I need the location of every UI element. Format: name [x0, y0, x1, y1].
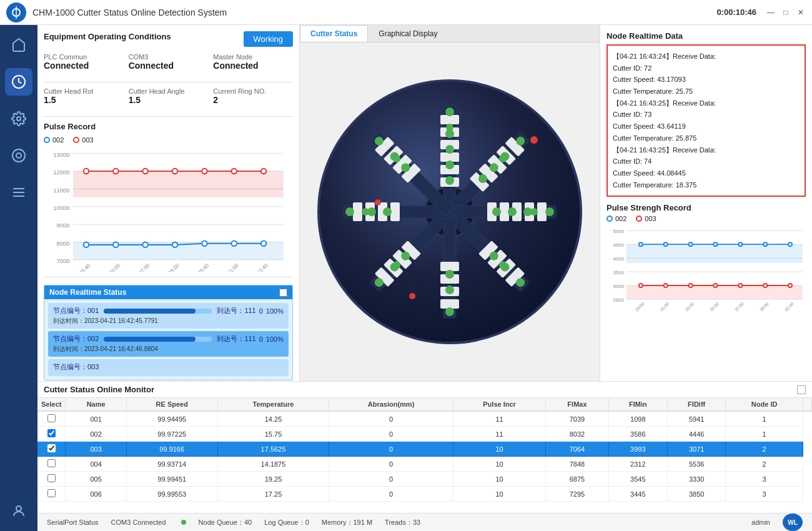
node-001-time: 到达时间：2023-04-21 16:42:45.7791	[53, 317, 284, 325]
col-select: Select	[37, 398, 66, 411]
sidebar-item-dashboard[interactable]	[5, 68, 32, 96]
sidebar-item-ring[interactable]	[5, 142, 32, 169]
svg-point-161	[788, 284, 792, 287]
svg-text:12000: 12000	[53, 169, 69, 176]
ps-legend-002: 002	[607, 215, 626, 222]
svg-text:13000: 13000	[53, 151, 69, 158]
row-006-fimax: 7295	[546, 487, 608, 502]
row-003-fidiff: 3071	[668, 442, 726, 457]
row-002-checkbox[interactable]	[47, 429, 56, 437]
svg-point-126	[499, 155, 507, 162]
legend-dot-003	[73, 137, 79, 143]
realtime-line-11: Cutter Temperature: 18.375	[613, 179, 800, 191]
status-grid-bottom: Cutter Head Rot 1.5 Cutter Head Angle 1.…	[44, 87, 293, 105]
cutter-table: Select Name RE Speed Temperature Abrasio…	[37, 398, 812, 502]
row-006-speed: 99.99553	[126, 487, 217, 502]
row-003-pulse: 10	[453, 442, 546, 457]
svg-point-62	[445, 161, 454, 169]
center-panel: Cutter Status Graphical Display	[300, 25, 600, 381]
svg-point-99	[445, 270, 454, 279]
row-006-name: 006	[66, 487, 126, 502]
col-temperature: Temperature	[217, 398, 329, 411]
row-004-select	[37, 457, 66, 472]
table-row: 006 99.99553 17.25 0 10 7295 3445 3850 3	[37, 487, 812, 502]
row-005-nodeid: 3	[726, 472, 803, 487]
row-001-temp: 14.25	[217, 411, 329, 427]
svg-rect-113	[390, 202, 400, 221]
svg-text:35:00: 35:00	[709, 302, 720, 312]
maximize-button[interactable]: □	[781, 7, 791, 17]
row-002-fimax: 8032	[546, 427, 608, 442]
row-001-abrasion: 0	[329, 411, 453, 427]
ps-legend-label-002: 002	[615, 215, 626, 222]
com-value: Connected	[129, 61, 209, 71]
realtime-data-box: 【04-21 16:43:24】Receive Data: Cutter ID:…	[607, 44, 806, 197]
svg-rect-93	[440, 299, 459, 309]
row-002-name: 002	[66, 427, 126, 442]
row-002-select	[37, 427, 66, 442]
cutter-head-angle-label: Cutter Head Angle	[129, 87, 209, 95]
node-002-number: 节点编号：002	[53, 334, 99, 344]
close-button[interactable]: ✕	[796, 7, 806, 17]
realtime-line-6: Cutter Speed: 43.64119	[613, 121, 800, 132]
serial-port-label: SerialPort Status	[47, 519, 99, 526]
top-section: Equipment Operating Conditions Working P…	[37, 25, 812, 381]
tab-cutter-status[interactable]: Cutter Status	[300, 25, 368, 42]
row-004-checkbox[interactable]	[47, 459, 56, 467]
svg-rect-78	[500, 202, 509, 221]
row-005-checkbox[interactable]	[47, 474, 56, 482]
tab-bar: Cutter Status Graphical Display	[300, 25, 600, 42]
row-005-fimax: 6875	[546, 472, 608, 487]
row-005-name: 005	[66, 472, 126, 487]
table-row-selected: 003 99.9166 17.5625 0 10 7064 3993 3071 …	[37, 442, 812, 457]
table-header-row: Cutter Status Online Monitor	[37, 382, 812, 398]
row-002-abrasion: 0	[329, 427, 453, 442]
sidebar-item-menu[interactable]	[5, 179, 32, 206]
main-content: Equipment Operating Conditions Working P…	[37, 25, 812, 531]
ps-legend-dot-002	[607, 216, 613, 222]
realtime-line-0: 【04-21 16:43:24】Receive Data:	[613, 51, 800, 62]
working-button[interactable]: Working	[244, 31, 293, 47]
com-status: COM3 Connected	[129, 53, 209, 71]
treads-label: Treads：33	[385, 518, 420, 527]
row-006-checkbox[interactable]	[47, 489, 56, 497]
row-001-pulse: 11	[453, 411, 546, 427]
svg-point-4	[17, 117, 21, 121]
svg-point-151	[738, 242, 742, 246]
svg-point-147	[639, 242, 643, 246]
svg-point-31	[232, 169, 237, 174]
sidebar-item-home[interactable]	[5, 31, 32, 59]
realtime-line-10: Cutter Speed: 44.08445	[613, 167, 800, 179]
svg-rect-146	[626, 244, 803, 263]
plc-status: PLC Commun Connected	[44, 53, 124, 71]
svg-point-59	[445, 107, 454, 116]
row-003-checkbox[interactable]	[47, 444, 56, 452]
node-001-dest: 到达号：111	[217, 306, 255, 315]
svg-point-128	[499, 261, 507, 269]
node-002-bar-container	[104, 337, 212, 342]
tab-graphical-display[interactable]: Graphical Display	[368, 25, 448, 42]
row-004-pulse: 10	[453, 457, 546, 472]
svg-rect-53	[440, 115, 459, 124]
svg-text:5000: 5000	[613, 229, 624, 234]
svg-point-26	[84, 169, 89, 174]
node-002-time: 到达时间：2023-04-21 16:42:46.8804	[53, 345, 284, 354]
table-expand-button[interactable]	[797, 385, 806, 394]
sidebar-item-admin[interactable]	[5, 497, 32, 525]
node-item-001: 节点编号：001 到达号：111 0 100% 到达时间：2023-04-21 …	[48, 303, 289, 329]
node-realtime-status: Node Realtime Status 节点编号：001 到达号：111	[44, 285, 293, 380]
node-status-body: 节点编号：001 到达号：111 0 100% 到达时间：2023-04-21 …	[44, 299, 292, 380]
status-indicator	[181, 520, 186, 525]
realtime-line-3: Cutter Temperature: 25.75	[613, 86, 800, 97]
col-fimax: FIMax	[546, 398, 608, 411]
node-002-pct: 100%	[266, 335, 284, 343]
node-status-checkbox[interactable]	[279, 289, 287, 297]
minimize-button[interactable]: —	[766, 7, 776, 17]
sidebar-item-settings[interactable]	[5, 105, 32, 132]
row-001-checkbox[interactable]	[47, 414, 56, 422]
svg-text:11000: 11000	[53, 187, 69, 194]
legend-dot-002	[44, 137, 50, 143]
node-item-003: 节点编号：003	[48, 359, 289, 376]
svg-point-36	[142, 242, 147, 247]
pulse-record-section: Pulse Record 002 003	[44, 122, 293, 272]
